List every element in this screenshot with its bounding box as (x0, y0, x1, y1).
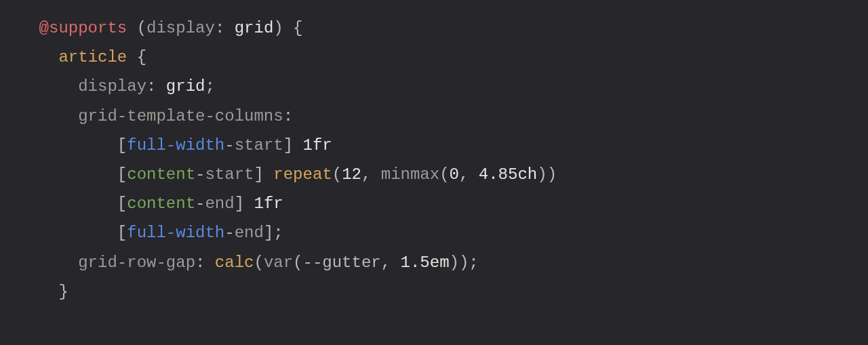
semicolon: ; (469, 253, 478, 272)
var-fallback: 1.5em (401, 253, 450, 272)
paren-close: ) (459, 253, 469, 272)
property-grg: grid-row-gap (78, 253, 195, 272)
line-name-content: content (127, 195, 195, 213)
paren-close: ) (273, 19, 283, 37)
bracket-open: [ (117, 165, 127, 184)
value-grid: grid (166, 77, 205, 96)
minmax-max: 4.85ch (479, 165, 537, 184)
colon: : (195, 253, 205, 272)
colon: : (146, 77, 156, 96)
dash: - (195, 195, 205, 213)
dash: - (224, 224, 234, 242)
dash: - (224, 136, 234, 155)
minmax-min: 0 (450, 165, 459, 184)
paren-open: ( (254, 253, 263, 272)
paren-open: ( (137, 19, 146, 37)
paren-open: ( (439, 165, 449, 184)
paren-open: ( (332, 165, 342, 184)
condition-prop: display (146, 19, 215, 37)
line-name-full-width: full-width (127, 224, 224, 242)
line-name-start: start (235, 136, 283, 155)
repeat-count: 12 (342, 165, 361, 184)
fn-repeat: repeat (273, 165, 332, 184)
line-name-start: start (205, 165, 254, 184)
line-name-content: content (127, 165, 195, 184)
bracket-open: [ (117, 224, 127, 242)
var-name-gutter: --gutter (303, 253, 381, 272)
paren-close: ) (450, 253, 459, 272)
brace-open: { (137, 48, 146, 66)
bracket-open: [ (117, 136, 127, 155)
comma: , (459, 165, 469, 184)
bracket-close: ] (283, 136, 293, 155)
bracket-open: [ (117, 195, 127, 213)
brace-open: { (293, 19, 302, 37)
property-gtc: grid-template-columns (78, 107, 283, 125)
fn-minmax: minmax (381, 165, 439, 184)
paren-close: ) (537, 165, 547, 184)
paren-close: ) (547, 165, 557, 184)
bracket-close: ] (235, 195, 244, 213)
colon: : (283, 107, 293, 125)
fn-calc: calc (215, 253, 254, 272)
line-name-end: end (235, 224, 264, 242)
semicolon: ; (273, 224, 283, 242)
code-block: @supports (display: grid) { article { di… (0, 0, 868, 306)
semicolon: ; (205, 77, 214, 96)
paren-open: ( (293, 253, 302, 272)
fn-var: var (264, 253, 293, 272)
track-size-1fr: 1fr (254, 195, 283, 213)
brace-close: } (58, 283, 68, 301)
bracket-close: ] (254, 165, 263, 184)
line-name-end: end (205, 195, 234, 213)
comma: , (381, 253, 391, 272)
bracket-close: ] (264, 224, 273, 242)
comma: , (361, 165, 371, 184)
selector: article (58, 48, 127, 66)
property-display: display (78, 77, 146, 96)
track-size-1fr: 1fr (303, 136, 332, 155)
condition-value: grid (235, 19, 274, 37)
colon: : (215, 19, 224, 37)
line-name-full-width: full-width (127, 136, 224, 155)
dash: - (195, 165, 205, 184)
at-rule: @supports (39, 19, 127, 37)
